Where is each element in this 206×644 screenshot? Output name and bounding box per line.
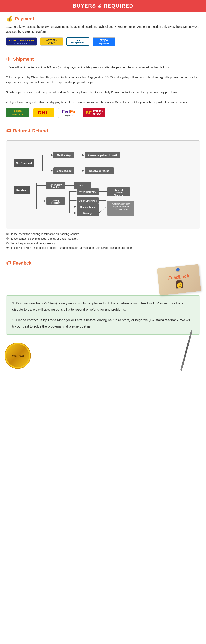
chinapost-logo: 中国邮政 CHINA POST [6, 108, 29, 118]
svg-text:Resend: Resend [114, 189, 123, 192]
payment-icon: 💰 [6, 16, 13, 22]
alipay-logo: 支付宝 Alipay.com [93, 37, 115, 46]
svg-marker-30 [72, 184, 74, 186]
sf-express-logo: SF EXPRESS顺丰速运 [83, 108, 105, 118]
person-silhouette: 👩 [174, 279, 185, 289]
note-1: ① Please check the tracking in formation… [6, 232, 200, 236]
flowchart: Not Received On the Way Please be patien… [6, 140, 200, 229]
page-header: BUYERS & REQUIRED [0, 0, 206, 12]
svg-text:requirements you: requirements you [112, 206, 129, 208]
dhl-logo: DHL [33, 108, 54, 118]
svg-text:Not Received: Not Received [16, 162, 32, 165]
gold-badge: Your Text [6, 344, 29, 367]
feedback-para-2: 2. Please contact us by Trade Manager or… [12, 317, 194, 330]
shipment-section: ✈ Shipment 1. We will sent the items wit… [0, 52, 206, 122]
payment-section: 💰 Payment 1.Generally, we accept the fol… [0, 12, 206, 50]
svg-text:If you have any else: If you have any else [111, 203, 130, 205]
return-refund-title: 🏷 Return& Refund [6, 128, 200, 134]
svg-text:Received/Lost: Received/Lost [55, 170, 72, 172]
svg-text:Refund: Refund [115, 192, 122, 194]
feedback-content: 1. Positive Feedback (5 Stars) is very i… [6, 296, 200, 334]
moneybookers-logo: ((●)) moneybookers [66, 37, 89, 46]
flowchart-container: Not Received On the Way Please be patien… [0, 138, 206, 254]
shipment-para-3: 3. When you receive the items you ordere… [6, 90, 200, 95]
feedback-para-1: 1. Positive Feedback (5 Stars) is very i… [12, 300, 194, 313]
flow-svg: Not Received On the Way Please be patien… [10, 145, 196, 224]
shipment-logos: 中国邮政 CHINA POST DHL FedEx Express SF EXP… [6, 108, 200, 118]
svg-marker-53 [74, 212, 77, 214]
svg-marker-17 [82, 170, 85, 172]
svg-marker-5 [51, 154, 53, 156]
svg-text:Received: Received [16, 189, 27, 192]
return-icon: 🏷 [6, 128, 11, 134]
svg-text:Problem: Problem [51, 202, 60, 204]
badge-text: Your Text [12, 346, 24, 365]
payment-logos: BANK TRANSFER INTERNATIONAL WESTERN UNIO… [6, 37, 200, 46]
svg-text:Color Difference: Color Difference [79, 200, 97, 202]
svg-marker-34 [44, 200, 46, 202]
shipment-para-4: 4. If you have not got it within the shi… [6, 100, 200, 105]
pushpin [176, 268, 180, 272]
svg-text:Problem: Problem [51, 186, 60, 188]
svg-line-64 [99, 207, 106, 213]
divider-2 [6, 123, 200, 123]
svg-marker-49 [74, 206, 77, 208]
svg-marker-41 [74, 191, 77, 192]
divider-1 [6, 51, 200, 51]
payment-title-text: Payment [15, 16, 34, 22]
feedback-header-area: Feedback 👩 [0, 270, 206, 293]
note-4: ④ Please Note: Men made defects are not … [6, 246, 200, 250]
svg-text:Wrong Delivery: Wrong Delivery [80, 190, 96, 193]
shipment-para-2: 2.The shipment by China Post Registered … [6, 75, 200, 85]
shipment-title: ✈ Shipment [6, 56, 200, 62]
feedback-title: 🏷 Feedbck [6, 260, 200, 266]
fedex-logo: FedEx Express [58, 108, 79, 118]
note-2: ② Please contact us by meesage, e-mail, … [6, 236, 200, 241]
svg-text:Discount: Discount [114, 194, 123, 196]
payment-title: 💰 Payment [6, 16, 200, 22]
pencil-decoration [180, 330, 193, 371]
svg-text:Please be patient to wait: Please be patient to wait [88, 154, 117, 157]
bank-transfer-logo: BANK TRANSFER INTERNATIONAL [6, 37, 37, 46]
payment-text: 1.Generally, we accept the following pay… [6, 24, 200, 34]
svg-text:Quality Defect: Quality Defect [80, 206, 96, 208]
svg-marker-13 [51, 170, 53, 172]
svg-marker-9 [82, 154, 85, 156]
svg-text:Not fit: Not fit [79, 184, 86, 187]
feedback-card: Feedback 👩 [157, 264, 201, 296]
svg-marker-25 [44, 184, 46, 186]
shipment-icon: ✈ [6, 56, 11, 62]
notes-list: ① Please check the tracking in formation… [6, 232, 200, 250]
shipment-para-1: 1. We will sent the items within 2-5days… [6, 65, 200, 70]
shipment-title-text: Shipment [13, 56, 34, 62]
western-union-logo: WESTERN UNION [40, 37, 63, 46]
feedback-icon: 🏷 [6, 260, 11, 266]
svg-text:Received/Refund: Received/Refund [89, 170, 109, 172]
svg-text:Damage: Damage [84, 212, 92, 214]
svg-marker-45 [74, 200, 77, 202]
svg-text:Not Quality: Not Quality [50, 184, 62, 186]
divider-3 [6, 255, 200, 256]
svg-text:could also tell us: could also tell us [113, 208, 128, 210]
return-refund-section: 🏷 Return& Refund [0, 124, 206, 138]
svg-text:Quality: Quality [52, 199, 60, 202]
bottom-area: Your Text [0, 337, 206, 375]
return-refund-title-text: Return& Refund [13, 128, 48, 134]
feedback-title-text: Feedbck [13, 260, 31, 266]
svg-text:On the Way: On the Way [57, 154, 71, 157]
note-3: ③ Check the package and Item, carefully. [6, 241, 200, 246]
